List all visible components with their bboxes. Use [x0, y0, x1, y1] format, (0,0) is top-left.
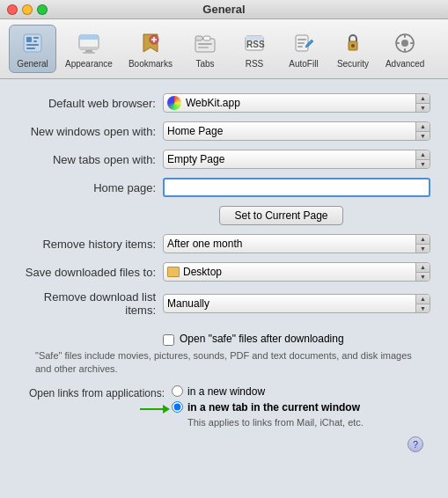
toolbar-item-bookmarks[interactable]: Bookmarks: [121, 26, 180, 72]
safe-files-description: "Safe" files include movies, pictures, s…: [35, 349, 430, 377]
radio-new-tab-desc: This applies to links from Mail, iChat, …: [187, 417, 364, 428]
webkit-icon: [167, 96, 181, 110]
home-page-control: http://google.ca/: [163, 178, 430, 197]
svg-point-28: [351, 44, 355, 48]
toolbar-label-rss: RSS: [246, 59, 264, 69]
safe-files-label: Open "safe" files after downloading: [180, 333, 344, 345]
toolbar: General Appearance Bookmarks: [0, 19, 448, 79]
radio-new-window-input[interactable]: [172, 385, 183, 397]
remove-downloads-control: Manually ▲ ▼: [163, 294, 430, 313]
toolbar-label-tabs: Tabs: [195, 59, 214, 69]
default-browser-control: WebKit.app ▲ ▼: [163, 93, 430, 113]
toolbar-label-appearance: Appearance: [65, 59, 113, 69]
browser-stepper[interactable]: ▲ ▼: [415, 94, 430, 112]
bookmarks-icon: [136, 29, 165, 57]
toolbar-label-general: General: [17, 59, 48, 69]
content-area: Default web browser: WebKit.app ▲ ▼ New …: [0, 79, 448, 466]
svg-rect-17: [198, 43, 212, 45]
svg-rect-18: [198, 47, 209, 48]
remove-history-stepper[interactable]: ▲ ▼: [415, 235, 430, 253]
svg-rect-4: [26, 44, 39, 46]
remove-history-label: Remove history items:: [18, 238, 163, 251]
remove-history-control: After one month ▲ ▼: [163, 234, 430, 253]
arrow-line: [140, 408, 163, 410]
radio-new-window-label: in a new window: [187, 385, 265, 398]
open-links-options: in a new window in a new tab in the curr…: [172, 385, 364, 428]
new-windows-stepper[interactable]: ▲ ▼: [415, 122, 430, 140]
svg-rect-7: [79, 35, 99, 40]
tabs-icon: [191, 29, 219, 57]
minimize-button[interactable]: [22, 4, 33, 15]
new-windows-value: Home Page: [164, 125, 415, 137]
remove-downloads-label: Remove download list items:: [18, 290, 163, 317]
new-windows-row: New windows open with: Home Page ▲ ▼: [18, 121, 430, 141]
safe-files-row: Open "safe" files after downloading: [18, 326, 430, 349]
svg-rect-16: [203, 36, 210, 40]
titlebar: General: [0, 0, 448, 19]
svg-rect-22: [246, 36, 263, 39]
save-downloads-label: Save downloaded files to:: [18, 266, 163, 279]
save-downloads-select[interactable]: Desktop ▲ ▼: [163, 262, 430, 282]
svg-rect-15: [195, 36, 202, 40]
new-windows-control: Home Page ▲ ▼: [163, 121, 430, 141]
svg-rect-5: [26, 48, 35, 49]
home-page-input[interactable]: http://google.ca/: [163, 178, 430, 197]
home-page-label: Home page:: [18, 181, 163, 194]
toolbar-label-advanced: Advanced: [386, 59, 424, 69]
toolbar-label-security: Security: [337, 59, 369, 69]
new-tabs-value: Empty Page: [164, 153, 415, 165]
svg-rect-34: [410, 42, 414, 44]
save-downloads-row: Save downloaded files to: Desktop ▲ ▼: [18, 262, 430, 282]
new-tabs-label: New tabs open with:: [18, 153, 163, 166]
toolbar-item-autofill[interactable]: AutoFill: [280, 26, 327, 72]
maximize-button[interactable]: [37, 4, 48, 15]
toolbar-item-advanced[interactable]: Advanced: [378, 26, 431, 72]
new-windows-select[interactable]: Home Page ▲ ▼: [163, 121, 430, 141]
remove-downloads-stepper[interactable]: ▲ ▼: [415, 295, 430, 312]
security-icon: [339, 29, 367, 57]
stepper-up[interactable]: ▲: [416, 94, 430, 104]
svg-point-30: [401, 40, 408, 47]
rss-icon: RSS: [240, 29, 268, 57]
default-browser-select[interactable]: WebKit.app ▲ ▼: [163, 93, 430, 113]
window-title: General: [202, 3, 245, 16]
remove-downloads-select[interactable]: Manually ▲ ▼: [163, 294, 430, 313]
remove-history-row: Remove history items: After one month ▲ …: [18, 234, 430, 253]
toolbar-item-appearance[interactable]: Appearance: [58, 26, 120, 72]
svg-rect-2: [33, 37, 39, 39]
radio-new-tab-container: in a new tab in the current window This …: [172, 401, 364, 428]
toolbar-item-general[interactable]: General: [9, 25, 56, 73]
toolbar-item-tabs[interactable]: Tabs: [181, 26, 229, 72]
remove-downloads-row: Remove download list items: Manually ▲ ▼: [18, 290, 430, 317]
advanced-icon: [391, 29, 419, 57]
bottom-row: ?: [18, 436, 430, 452]
radio-new-tab-label: in a new tab in the current window: [187, 401, 360, 414]
svg-rect-24: [297, 39, 306, 40]
remove-history-select[interactable]: After one month ▲ ▼: [163, 234, 430, 253]
home-page-row: Home page: http://google.ca/: [18, 178, 430, 197]
set-current-page-button[interactable]: Set to Current Page: [219, 206, 342, 225]
toolbar-label-bookmarks: Bookmarks: [129, 59, 173, 69]
svg-rect-31: [404, 34, 406, 38]
remove-history-value: After one month: [164, 238, 415, 250]
help-button[interactable]: ?: [408, 436, 423, 452]
svg-rect-26: [297, 46, 303, 48]
new-tabs-stepper[interactable]: ▲ ▼: [415, 150, 430, 168]
save-downloads-stepper[interactable]: ▲ ▼: [415, 263, 430, 281]
radio-new-tab-input[interactable]: [172, 401, 183, 413]
svg-rect-1: [26, 37, 32, 42]
toolbar-item-rss[interactable]: RSS RSS: [231, 26, 278, 72]
radio-new-window: in a new window: [172, 385, 364, 398]
stepper-down[interactable]: ▼: [416, 104, 430, 113]
new-tabs-control: Empty Page ▲ ▼: [163, 150, 430, 169]
safe-files-checkbox[interactable]: [163, 334, 174, 346]
toolbar-item-security[interactable]: Security: [329, 26, 377, 72]
save-downloads-control: Desktop ▲ ▼: [163, 262, 430, 282]
close-button[interactable]: [7, 4, 18, 15]
open-links-label: Open links from applications:: [18, 385, 172, 399]
remove-downloads-value: Manually: [164, 297, 415, 310]
svg-text:RSS: RSS: [246, 40, 265, 49]
default-browser-label: Default web browser:: [18, 97, 163, 110]
folder-icon: [167, 267, 180, 277]
new-tabs-select[interactable]: Empty Page ▲ ▼: [163, 150, 430, 169]
